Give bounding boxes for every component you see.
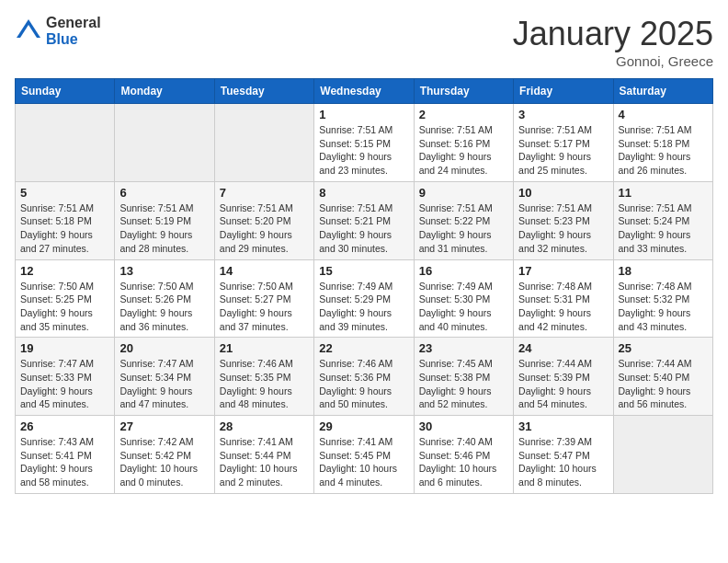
calendar-cell: 1Sunrise: 7:51 AMSunset: 5:15 PMDaylight… bbox=[314, 104, 414, 182]
day-info: Sunrise: 7:51 AMSunset: 5:18 PMDaylight:… bbox=[619, 123, 708, 178]
day-number: 22 bbox=[319, 341, 408, 355]
day-number: 24 bbox=[518, 341, 608, 355]
column-header-thursday: Thursday bbox=[414, 79, 513, 104]
day-info: Sunrise: 7:51 AMSunset: 5:23 PMDaylight:… bbox=[518, 201, 608, 256]
calendar-cell: 4Sunrise: 7:51 AMSunset: 5:18 PMDaylight… bbox=[613, 104, 712, 182]
calendar-cell: 20Sunrise: 7:47 AMSunset: 5:34 PMDayligh… bbox=[115, 338, 214, 416]
calendar-week-row: 12Sunrise: 7:50 AMSunset: 5:25 PMDayligh… bbox=[16, 259, 713, 338]
calendar-cell: 15Sunrise: 7:49 AMSunset: 5:29 PMDayligh… bbox=[314, 259, 414, 338]
day-number: 17 bbox=[518, 264, 608, 278]
column-header-saturday: Saturday bbox=[613, 79, 712, 104]
day-number: 12 bbox=[20, 264, 109, 278]
calendar-cell: 14Sunrise: 7:50 AMSunset: 5:27 PMDayligh… bbox=[214, 259, 313, 338]
day-info: Sunrise: 7:50 AMSunset: 5:27 PMDaylight:… bbox=[220, 280, 309, 334]
month-title: January 2025 bbox=[513, 15, 713, 53]
day-number: 10 bbox=[518, 186, 608, 200]
calendar-cell: 28Sunrise: 7:41 AMSunset: 5:44 PMDayligh… bbox=[214, 416, 313, 494]
calendar-cell: 23Sunrise: 7:45 AMSunset: 5:38 PMDayligh… bbox=[414, 338, 513, 416]
column-header-tuesday: Tuesday bbox=[214, 79, 313, 104]
day-info: Sunrise: 7:51 AMSunset: 5:17 PMDaylight:… bbox=[518, 123, 608, 178]
calendar-week-row: 26Sunrise: 7:43 AMSunset: 5:41 PMDayligh… bbox=[16, 416, 713, 494]
day-info: Sunrise: 7:50 AMSunset: 5:26 PMDaylight:… bbox=[119, 280, 209, 334]
calendar-cell: 7Sunrise: 7:51 AMSunset: 5:20 PMDaylight… bbox=[214, 181, 313, 259]
day-number: 21 bbox=[220, 341, 309, 355]
day-info: Sunrise: 7:51 AMSunset: 5:16 PMDaylight:… bbox=[419, 123, 508, 178]
day-number: 9 bbox=[419, 186, 508, 200]
day-number: 30 bbox=[419, 419, 508, 433]
day-info: Sunrise: 7:51 AMSunset: 5:22 PMDaylight:… bbox=[419, 201, 508, 256]
day-info: Sunrise: 7:46 AMSunset: 5:35 PMDaylight:… bbox=[220, 357, 309, 411]
day-number: 2 bbox=[419, 108, 508, 121]
calendar-cell: 29Sunrise: 7:41 AMSunset: 5:45 PMDayligh… bbox=[314, 416, 414, 494]
day-info: Sunrise: 7:41 AMSunset: 5:45 PMDaylight:… bbox=[319, 435, 408, 489]
logo-general: General bbox=[46, 15, 101, 31]
calendar-cell: 16Sunrise: 7:49 AMSunset: 5:30 PMDayligh… bbox=[414, 259, 513, 338]
calendar-cell: 18Sunrise: 7:48 AMSunset: 5:32 PMDayligh… bbox=[613, 259, 712, 338]
day-number: 4 bbox=[619, 108, 708, 121]
day-number: 1 bbox=[319, 108, 408, 121]
calendar-week-row: 19Sunrise: 7:47 AMSunset: 5:33 PMDayligh… bbox=[16, 338, 713, 416]
day-number: 8 bbox=[319, 186, 408, 200]
calendar-cell: 8Sunrise: 7:51 AMSunset: 5:21 PMDaylight… bbox=[314, 181, 414, 259]
day-info: Sunrise: 7:49 AMSunset: 5:29 PMDaylight:… bbox=[319, 280, 408, 334]
column-header-wednesday: Wednesday bbox=[314, 79, 414, 104]
calendar-week-row: 1Sunrise: 7:51 AMSunset: 5:15 PMDaylight… bbox=[16, 104, 713, 182]
day-info: Sunrise: 7:51 AMSunset: 5:24 PMDaylight:… bbox=[619, 201, 708, 256]
calendar-cell: 19Sunrise: 7:47 AMSunset: 5:33 PMDayligh… bbox=[16, 338, 115, 416]
calendar-cell: 10Sunrise: 7:51 AMSunset: 5:23 PMDayligh… bbox=[514, 181, 613, 259]
day-number: 11 bbox=[619, 186, 708, 200]
day-number: 26 bbox=[20, 419, 109, 433]
day-info: Sunrise: 7:41 AMSunset: 5:44 PMDaylight:… bbox=[220, 435, 309, 489]
calendar-cell: 24Sunrise: 7:44 AMSunset: 5:39 PMDayligh… bbox=[514, 338, 613, 416]
calendar-cell: 5Sunrise: 7:51 AMSunset: 5:18 PMDaylight… bbox=[16, 181, 115, 259]
calendar-cell: 11Sunrise: 7:51 AMSunset: 5:24 PMDayligh… bbox=[613, 181, 712, 259]
calendar-cell: 22Sunrise: 7:46 AMSunset: 5:36 PMDayligh… bbox=[314, 338, 414, 416]
calendar-cell: 13Sunrise: 7:50 AMSunset: 5:26 PMDayligh… bbox=[115, 259, 214, 338]
calendar-cell: 31Sunrise: 7:39 AMSunset: 5:47 PMDayligh… bbox=[514, 416, 613, 494]
day-number: 5 bbox=[20, 186, 109, 200]
day-info: Sunrise: 7:47 AMSunset: 5:33 PMDaylight:… bbox=[20, 357, 109, 411]
calendar-cell bbox=[115, 104, 214, 182]
day-info: Sunrise: 7:48 AMSunset: 5:32 PMDaylight:… bbox=[619, 280, 708, 334]
day-info: Sunrise: 7:40 AMSunset: 5:46 PMDaylight:… bbox=[419, 435, 508, 489]
column-header-sunday: Sunday bbox=[16, 79, 115, 104]
day-info: Sunrise: 7:47 AMSunset: 5:34 PMDaylight:… bbox=[119, 357, 209, 411]
calendar-table: SundayMondayTuesdayWednesdayThursdayFrid… bbox=[15, 78, 713, 494]
calendar-cell: 26Sunrise: 7:43 AMSunset: 5:41 PMDayligh… bbox=[16, 416, 115, 494]
day-number: 20 bbox=[119, 341, 209, 355]
logo-icon bbox=[15, 17, 42, 45]
logo-blue: Blue bbox=[46, 31, 101, 48]
day-number: 31 bbox=[518, 419, 608, 433]
day-info: Sunrise: 7:51 AMSunset: 5:20 PMDaylight:… bbox=[220, 201, 309, 256]
calendar-header-row: SundayMondayTuesdayWednesdayThursdayFrid… bbox=[16, 79, 713, 104]
day-info: Sunrise: 7:44 AMSunset: 5:40 PMDaylight:… bbox=[619, 357, 708, 411]
day-number: 29 bbox=[319, 419, 408, 433]
calendar-cell bbox=[16, 104, 115, 182]
day-info: Sunrise: 7:46 AMSunset: 5:36 PMDaylight:… bbox=[319, 357, 408, 411]
calendar-cell: 25Sunrise: 7:44 AMSunset: 5:40 PMDayligh… bbox=[613, 338, 712, 416]
day-number: 19 bbox=[20, 341, 109, 355]
day-info: Sunrise: 7:42 AMSunset: 5:42 PMDaylight:… bbox=[119, 435, 209, 489]
day-info: Sunrise: 7:45 AMSunset: 5:38 PMDaylight:… bbox=[419, 357, 508, 411]
day-number: 7 bbox=[220, 186, 309, 200]
calendar-cell bbox=[214, 104, 313, 182]
calendar-week-row: 5Sunrise: 7:51 AMSunset: 5:18 PMDaylight… bbox=[16, 181, 713, 259]
day-number: 16 bbox=[419, 264, 508, 278]
day-info: Sunrise: 7:49 AMSunset: 5:30 PMDaylight:… bbox=[419, 280, 508, 334]
day-number: 14 bbox=[220, 264, 309, 278]
calendar-cell: 27Sunrise: 7:42 AMSunset: 5:42 PMDayligh… bbox=[115, 416, 214, 494]
day-number: 15 bbox=[319, 264, 408, 278]
day-info: Sunrise: 7:51 AMSunset: 5:21 PMDaylight:… bbox=[319, 201, 408, 256]
day-number: 18 bbox=[619, 264, 708, 278]
column-header-monday: Monday bbox=[115, 79, 214, 104]
day-number: 27 bbox=[119, 419, 209, 433]
calendar-cell: 6Sunrise: 7:51 AMSunset: 5:19 PMDaylight… bbox=[115, 181, 214, 259]
calendar-cell: 12Sunrise: 7:50 AMSunset: 5:25 PMDayligh… bbox=[16, 259, 115, 338]
location: Gonnoi, Greece bbox=[513, 53, 713, 69]
logo-text: General Blue bbox=[46, 15, 101, 47]
calendar-cell: 3Sunrise: 7:51 AMSunset: 5:17 PMDaylight… bbox=[514, 104, 613, 182]
calendar-cell: 9Sunrise: 7:51 AMSunset: 5:22 PMDaylight… bbox=[414, 181, 513, 259]
day-number: 28 bbox=[220, 419, 309, 433]
day-info: Sunrise: 7:43 AMSunset: 5:41 PMDaylight:… bbox=[20, 435, 109, 489]
day-info: Sunrise: 7:39 AMSunset: 5:47 PMDaylight:… bbox=[518, 435, 608, 489]
